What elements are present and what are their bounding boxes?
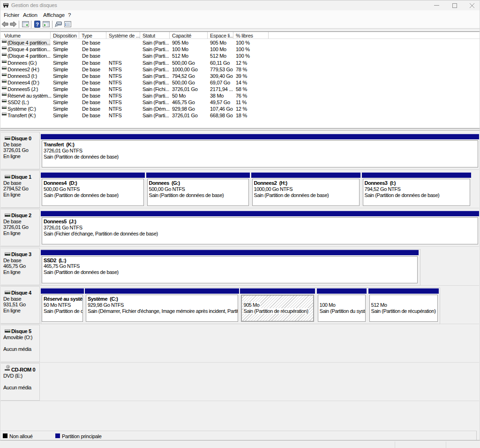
svg-text:?: ? [36,22,39,27]
